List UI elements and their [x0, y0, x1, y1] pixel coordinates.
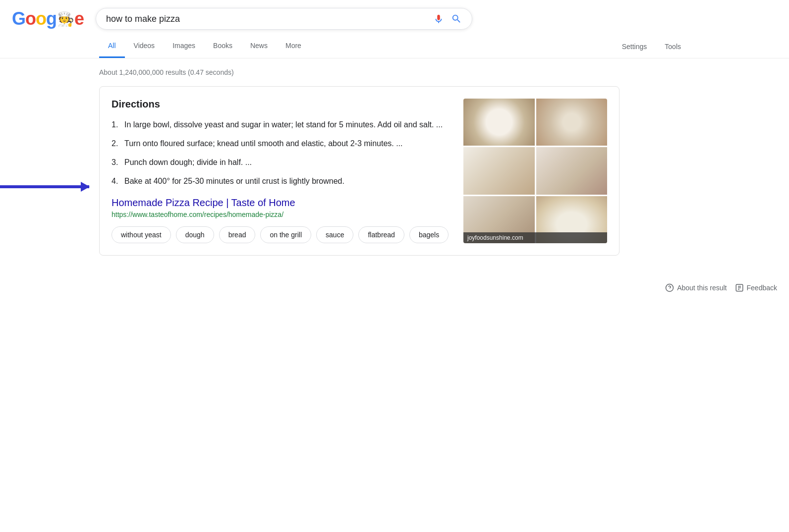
chip-sauce[interactable]: sauce	[316, 226, 353, 243]
snippet-step-4: 4. Bake at 400° for 25-30 minutes or unt…	[112, 175, 453, 187]
snippet-wrapper: Directions 1. In large bowl, dissolve ye…	[99, 86, 690, 256]
related-chips: without yeast dough bread on the grill s…	[112, 226, 453, 243]
search-input[interactable]	[106, 14, 427, 24]
feedback-icon	[735, 283, 744, 292]
snippet-steps-list: 1. In large bowl, dissolve yeast and sug…	[112, 119, 453, 187]
step-4-num: 4.	[112, 175, 119, 187]
snippet-image-grid[interactable]: joyfoodsunshine.com	[463, 99, 607, 243]
about-result-item[interactable]: About this result	[665, 283, 727, 292]
logo-chef-icon: 🧑‍🍳	[57, 11, 74, 27]
step-3-num: 3.	[112, 157, 119, 168]
google-logo[interactable]: G o o g 🧑‍🍳 e	[12, 8, 84, 29]
chip-on-the-grill[interactable]: on the grill	[260, 226, 311, 243]
question-circle-icon	[665, 283, 674, 292]
search-icon[interactable]	[451, 13, 462, 24]
step-2-num: 2.	[112, 138, 119, 150]
tab-books[interactable]: Books	[204, 35, 241, 58]
step-3-text: Punch down dough; divide in half. ...	[124, 157, 252, 168]
chip-without-yeast[interactable]: without yeast	[112, 226, 171, 243]
arrow-line	[0, 185, 89, 188]
snippet-link-title[interactable]: Homemade Pizza Recipe | Taste of Home	[112, 197, 453, 209]
recipe-image-4	[536, 147, 608, 194]
footer: About this result Feedback	[0, 275, 789, 300]
image-source-label: joyfoodsunshine.com	[463, 232, 607, 243]
featured-snippet-card: Directions 1. In large bowl, dissolve ye…	[99, 86, 620, 256]
nav-settings[interactable]: Settings	[613, 36, 656, 57]
logo-letter-g2: g	[46, 8, 56, 29]
tab-images[interactable]: Images	[164, 35, 204, 58]
feedback-item[interactable]: Feedback	[735, 283, 777, 292]
results-count: About 1,240,000,000 results (0.47 second…	[99, 68, 690, 76]
nav-tools[interactable]: Tools	[656, 36, 690, 57]
about-result-label: About this result	[677, 284, 727, 292]
recipe-image-3	[463, 147, 535, 194]
logo-letter-o2: o	[36, 8, 46, 29]
snippet-link-url: https://www.tasteofhome.com/recipes/home…	[112, 211, 453, 218]
tab-all[interactable]: All	[99, 35, 125, 58]
snippet-step-3: 3. Punch down dough; divide in half. ...	[112, 157, 453, 168]
results-area: About 1,240,000,000 results (0.47 second…	[0, 58, 789, 266]
arrow-container	[0, 185, 89, 188]
step-4-text: Bake at 400° for 25-30 minutes or until …	[124, 175, 344, 187]
logo-letter-e: e	[74, 8, 84, 29]
snippet-step-2: 2. Turn onto floured surface; knead unti…	[112, 138, 453, 150]
snippet-content: Directions 1. In large bowl, dissolve ye…	[112, 99, 453, 243]
snippet-inner: Directions 1. In large bowl, dissolve ye…	[112, 99, 607, 243]
step-2-text: Turn onto floured surface; knead until s…	[124, 138, 403, 150]
step-1-text: In large bowl, dissolve yeast and sugar …	[124, 119, 443, 131]
tab-news[interactable]: News	[241, 35, 277, 58]
search-bar	[96, 8, 472, 30]
snippet-step-1: 1. In large bowl, dissolve yeast and sug…	[112, 119, 453, 131]
chip-bagels[interactable]: bagels	[409, 226, 449, 243]
chip-bread[interactable]: bread	[219, 226, 256, 243]
snippet-directions-title: Directions	[112, 99, 453, 110]
logo-letter-g: G	[12, 8, 25, 29]
search-icon-group	[433, 13, 462, 24]
nav-tabs: All Videos Images Books News More Settin…	[0, 35, 789, 58]
feedback-label: Feedback	[747, 284, 777, 292]
mic-icon[interactable]	[433, 13, 444, 24]
chip-dough[interactable]: dough	[176, 226, 214, 243]
recipe-image-2	[536, 99, 608, 146]
step-1-num: 1.	[112, 119, 119, 131]
recipe-image-1	[463, 99, 535, 146]
logo-letter-o1: o	[25, 8, 36, 29]
chip-flatbread[interactable]: flatbread	[358, 226, 404, 243]
tab-videos[interactable]: Videos	[125, 35, 164, 58]
tab-more[interactable]: More	[277, 35, 310, 58]
header: G o o g 🧑‍🍳 e	[0, 0, 789, 30]
svg-rect-0	[438, 22, 439, 23]
